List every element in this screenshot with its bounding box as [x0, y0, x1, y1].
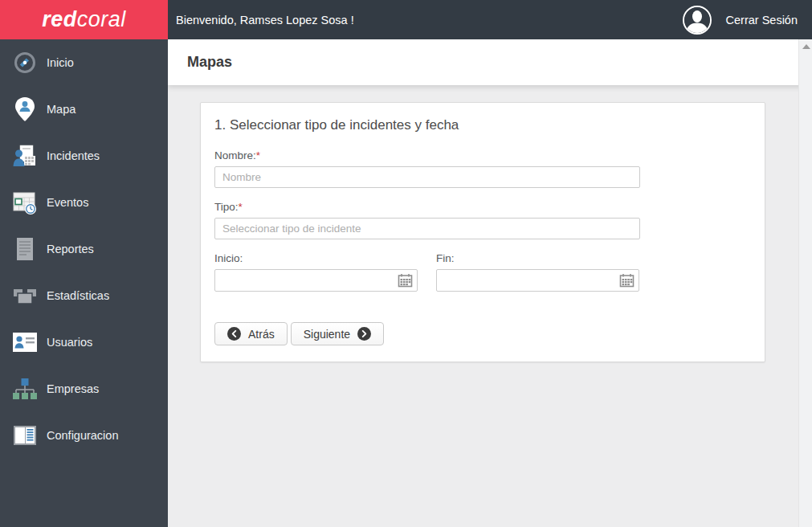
sidebar-item-label: Incidentes — [47, 149, 100, 162]
inicio-label: Inicio: — [214, 252, 418, 264]
sidebar-item-label: Mapa — [47, 103, 75, 116]
sidebar-item-label: Eventos — [47, 196, 88, 209]
topbar: redcoral Bienvenido, Ramses Lopez Sosa !… — [0, 0, 812, 39]
map-pin-icon — [11, 96, 38, 123]
page-title: Mapas — [187, 54, 232, 71]
inicio-field: Inicio: — [214, 252, 418, 292]
screens-icon — [11, 283, 38, 309]
id-card-icon — [11, 329, 38, 356]
vertical-scrollbar[interactable] — [798, 39, 812, 527]
arrow-left-circle-icon — [227, 327, 241, 341]
next-button-label: Siguiente — [304, 328, 350, 341]
arrow-right-circle-icon — [357, 327, 371, 341]
required-mark: * — [239, 201, 243, 213]
fin-date-input[interactable] — [436, 269, 639, 292]
date-row: Inicio: — [214, 252, 751, 292]
document-icon — [11, 236, 38, 263]
calendar-clock-icon — [11, 190, 38, 216]
fin-field: Fin: — [436, 252, 639, 292]
back-button-label: Atrás — [248, 328, 275, 341]
topbar-right: Cerrar Sesión — [683, 6, 798, 35]
logo-text-bold: red — [42, 7, 77, 31]
sidebar-item-empresas[interactable]: Empresas — [0, 366, 168, 412]
back-button[interactable]: Atrás — [214, 322, 288, 345]
sidebar-item-configuracion[interactable]: Configuracion — [0, 412, 168, 459]
sidebar-item-label: Reportes — [47, 243, 94, 255]
sidebar-item-label: Usuarios — [47, 336, 92, 349]
sidebar-item-reportes[interactable]: Reportes — [0, 226, 168, 272]
page-header: Mapas — [168, 39, 812, 85]
open-book-icon — [11, 423, 38, 449]
nombre-label: Nombre:* — [214, 149, 751, 161]
fin-label: Fin: — [436, 252, 639, 264]
scroll-up-arrow-icon[interactable] — [802, 44, 810, 49]
logo-text-light: coral — [77, 7, 126, 31]
sidebar-item-inicio[interactable]: Inicio — [0, 39, 168, 86]
topbar-main: Bienvenido, Ramses Lopez Sosa ! Cerrar S… — [168, 0, 812, 39]
next-button[interactable]: Siguiente — [291, 322, 384, 345]
welcome-message: Bienvenido, Ramses Lopez Sosa ! — [176, 14, 354, 27]
logout-button[interactable]: Cerrar Sesión — [726, 14, 798, 27]
compass-icon — [11, 50, 38, 76]
nombre-input[interactable] — [214, 166, 640, 188]
user-avatar-icon[interactable] — [683, 6, 712, 35]
step-title: 1. Seleccionar tipo de incidentes y fech… — [214, 117, 751, 133]
sidebar-item-eventos[interactable]: Eventos — [0, 179, 168, 226]
sidebar-item-label: Configuracion — [47, 429, 118, 442]
inicio-calendar-icon[interactable] — [397, 272, 414, 288]
main-content: Mapas 1. Seleccionar tipo de incidentes … — [168, 39, 812, 527]
sidebar: Inicio Mapa — [0, 39, 168, 527]
sidebar-item-usuarios[interactable]: Usuarios — [0, 319, 168, 366]
logo-text: redcoral — [42, 7, 126, 32]
sidebar-item-label: Estadísticas — [47, 289, 109, 302]
required-mark: * — [256, 149, 260, 161]
wizard-card: 1. Seleccionar tipo de incidentes y fech… — [200, 102, 765, 362]
sidebar-item-label: Inicio — [47, 56, 74, 69]
tipo-label: Tipo:* — [214, 201, 751, 213]
sidebar-item-estadisticas[interactable]: Estadísticas — [0, 272, 168, 319]
tipo-input[interactable] — [214, 218, 640, 239]
wizard-buttons: Atrás Siguiente — [214, 322, 751, 345]
sidebar-item-incidentes[interactable]: Incidentes — [0, 133, 168, 179]
logo[interactable]: redcoral — [0, 0, 168, 39]
incident-person-document-icon — [11, 143, 38, 170]
sidebar-item-mapa[interactable]: Mapa — [0, 86, 168, 133]
fin-calendar-icon[interactable] — [618, 272, 635, 288]
inicio-date-input[interactable] — [214, 269, 418, 292]
org-chart-icon — [11, 376, 38, 402]
sidebar-item-label: Empresas — [47, 382, 99, 395]
